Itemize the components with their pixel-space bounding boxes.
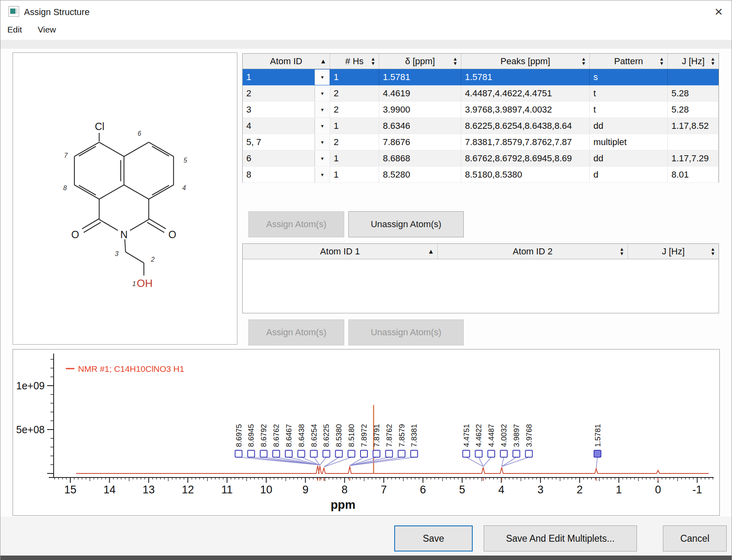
save-button[interactable]: Save (394, 525, 473, 551)
peak-marker[interactable] (311, 450, 317, 457)
y-tick-label: 5e+08 (16, 424, 45, 435)
atom-id-value: 2 (246, 88, 251, 99)
atom-id-value: 1 (246, 72, 251, 82)
peak-marker[interactable] (323, 450, 330, 457)
atom-id-dropdown[interactable]: ▼ (315, 69, 330, 85)
peak-marker[interactable] (475, 450, 482, 457)
atom-id-dropdown[interactable]: ▼ (315, 135, 330, 150)
assignment-row[interactable]: 3▼23.99003.9768,3.9897,4.0032t5.28 (243, 102, 719, 118)
column-label: # Hs (345, 56, 363, 67)
assignment-row[interactable]: 4▼18.63468.6225,8.6254,8.6438,8.64dd1.17… (243, 118, 719, 134)
num-hs-value: 2 (330, 134, 379, 150)
peak-marker[interactable] (298, 450, 305, 457)
peak-marker[interactable] (488, 450, 495, 457)
peak-marker[interactable] (273, 450, 280, 457)
peak-label: 4.4487 (487, 424, 495, 447)
assignment-row[interactable]: 1▼11.57811.5781s (243, 69, 719, 85)
sort-icon: ▲▼ (619, 247, 624, 256)
peak-marker[interactable] (386, 450, 393, 457)
peak-marker[interactable] (463, 450, 470, 457)
atom-id-dropdown[interactable]: ▼ (315, 102, 330, 117)
peak-marker[interactable] (500, 450, 507, 457)
atom-id-dropdown[interactable]: ▼ (315, 167, 330, 182)
unassign-atoms-button[interactable]: Unassign Atom(s) (348, 211, 464, 237)
structure-viewer[interactable]: Cl O O N OH 7 8 6 5 4 3 2 1 (13, 52, 237, 345)
column-label: Atom ID (270, 56, 302, 67)
x-tick-label: 10 (260, 484, 272, 496)
nmr-spectrum-panel[interactable]: 1e+095e+081514131211109876543210-1ppmNMR… (13, 349, 720, 516)
atom-id-dropdown[interactable]: ▼ (315, 151, 330, 166)
j-hz-value (668, 69, 719, 85)
j-hz-value: 1.17,7.29 (668, 150, 719, 167)
peak-marker[interactable] (235, 450, 242, 457)
column-header-peaks-ppm[interactable]: Peaks [ppm]▲▼ (461, 54, 590, 69)
couplings-table: Atom ID 1▲Atom ID 2▲▼J [Hz]▲▼ (242, 243, 719, 313)
peak-marker[interactable] (373, 450, 380, 457)
column-label: Atom ID 2 (513, 246, 553, 257)
x-tick-label: 8 (341, 484, 348, 496)
column-label: Peaks [ppm] (500, 56, 550, 67)
assignment-row[interactable]: 5, 7▼27.86767.8381,7.8579,7.8762,7.87mul… (243, 134, 719, 150)
peak-marker[interactable] (248, 450, 254, 457)
atom-id-dropdown[interactable]: ▼ (315, 118, 330, 134)
assignment-row[interactable]: 6▼18.68688.6762,8.6792,8.6945,8.69dd1.17… (243, 150, 719, 167)
column-header-atom-id-1[interactable]: Atom ID 1▲ (243, 244, 438, 259)
column-header-j-hz[interactable]: J [Hz]▲▼ (628, 244, 719, 259)
close-icon[interactable]: × (715, 4, 723, 20)
peak-marker-selected[interactable] (594, 450, 601, 457)
delta-ppm-value: 8.5280 (379, 167, 461, 183)
peak-marker[interactable] (411, 450, 417, 457)
peak-label: 7.8972 (360, 424, 368, 447)
save-and-edit-multiplets-button[interactable]: Save And Edit Multiplets... (484, 525, 637, 551)
peaks-ppm-value: 8.6762,8.6792,8.6945,8.69 (461, 150, 590, 167)
delta-ppm-value: 8.6346 (379, 118, 461, 134)
column-header-j-hz[interactable]: J [Hz]▲▼ (668, 54, 719, 69)
column-header-atom-id[interactable]: Atom ID▲ (243, 54, 330, 69)
peak-label: 8.6975 (235, 424, 243, 447)
app-icon (9, 6, 19, 17)
peak-label: 7.8381 (410, 424, 418, 447)
peak-marker[interactable] (348, 450, 355, 457)
pattern-value: d (590, 167, 668, 183)
delta-ppm-value: 4.4619 (379, 85, 461, 102)
j-hz-value: 8.01 (668, 167, 719, 183)
menu-edit[interactable]: Edit (0, 22, 29, 38)
column-header-num-hs[interactable]: # Hs▲▼ (330, 54, 379, 69)
couplings-table-header: Atom ID 1▲Atom ID 2▲▼J [Hz]▲▼ (243, 244, 719, 259)
window-title: Assign Structure (24, 7, 89, 17)
assign-structure-dialog: Assign Structure × Edit View (0, 0, 732, 560)
j-hz-value: 5.28 (668, 102, 719, 118)
num-hs-value: 1 (330, 118, 379, 134)
column-header-delta-ppm[interactable]: δ [ppm]▲▼ (379, 54, 461, 69)
menu-view[interactable]: View (31, 22, 63, 38)
nitrogen-label: N (120, 229, 128, 240)
atom-id-dropdown[interactable]: ▼ (315, 86, 330, 101)
peak-label: 3.9897 (512, 424, 521, 447)
assignment-row[interactable]: 8▼18.52808.5180,8.5380d8.01 (243, 167, 719, 183)
assignments-table-body: 1▼11.57811.5781s2▼24.46194.4487,4.4622,4… (243, 69, 719, 183)
nmr-spectrum-plot: 1e+095e+081514131211109876543210-1ppmNMR… (13, 349, 719, 515)
peak-marker[interactable] (526, 450, 532, 457)
sort-icon: ▲▼ (710, 247, 715, 256)
peaks-ppm-value: 8.6225,8.6254,8.6438,8.64 (461, 118, 590, 134)
peaks-ppm-value: 4.4487,4.4622,4.4751 (461, 85, 590, 102)
atom-id-value: 3 (246, 104, 251, 115)
column-header-atom-id-2[interactable]: Atom ID 2▲▼ (438, 244, 628, 259)
position-7-label: 7 (64, 152, 68, 159)
x-tick-label: 13 (143, 484, 155, 496)
peak-marker[interactable] (398, 450, 405, 457)
pattern-value: t (590, 102, 668, 118)
x-tick-label: -1 (692, 484, 702, 496)
peak-marker[interactable] (513, 450, 520, 457)
column-header-pattern[interactable]: Pattern▲▼ (590, 54, 668, 69)
peak-marker[interactable] (335, 450, 342, 457)
peak-marker[interactable] (260, 450, 267, 457)
cancel-button[interactable]: Cancel (663, 525, 727, 551)
peaks-ppm-value: 1.5781 (461, 69, 590, 85)
menu-bar: Edit View (0, 22, 732, 39)
peak-marker[interactable] (285, 450, 292, 457)
peak-label: 4.0032 (500, 424, 508, 447)
assignment-row[interactable]: 2▼24.46194.4487,4.4622,4.4751t5.28 (243, 85, 719, 102)
peak-marker[interactable] (361, 450, 367, 457)
num-hs-value: 1 (330, 167, 379, 183)
